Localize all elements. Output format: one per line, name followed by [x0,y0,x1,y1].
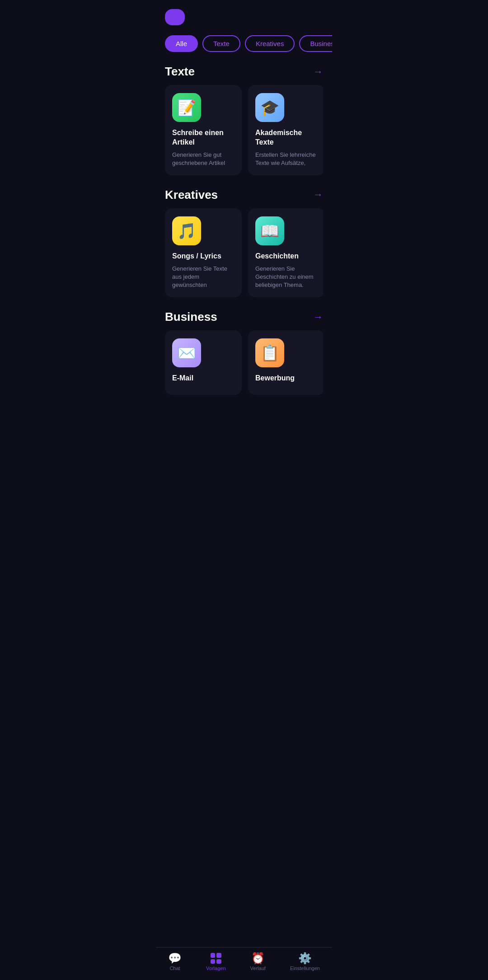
card-icon-geschichten: 📖 [255,216,284,245]
nav-item-chat[interactable]: 💬Chat [168,953,182,971]
nav-item-verlauf[interactable]: ⏰Verlauf [250,953,266,971]
card-icon-email: ✉️ [172,338,201,367]
section-header-business: Business→ [165,310,323,324]
section-header-texte: Texte→ [165,65,323,79]
section-arrow-business[interactable]: → [313,311,323,323]
filter-chip-1[interactable]: Texte [202,35,240,52]
card-title-artikel: Schreibe einen Artikel [172,128,235,147]
card-songs[interactable]: 🎵Songs / LyricsGenerieren Sie Texte aus … [165,208,242,297]
section-header-kreatives: Kreatives→ [165,188,323,202]
card-akademisch[interactable]: 🎓Akademische TexteErstellen Sie lehrreic… [248,85,323,175]
card-artikel[interactable]: 📝Schreibe einen ArtikelGenerieren Sie gu… [165,85,242,175]
section-texte: Texte→📝Schreibe einen ArtikelGenerieren … [156,57,332,181]
filter-chip-3[interactable]: Business [299,35,332,52]
card-title-geschichten: Geschichten [255,252,318,261]
app-logo [165,9,185,25]
section-title-texte: Texte [165,65,195,79]
card-bewerbung[interactable]: 📋Bewerbung [248,330,323,395]
section-kreatives: Kreatives→🎵Songs / LyricsGenerieren Sie … [156,181,332,303]
card-row-texte: 📝Schreibe einen ArtikelGenerieren Sie gu… [165,85,323,177]
nav-item-einstellungen[interactable]: ⚙️Einstellungen [290,953,320,971]
card-icon-artikel: 📝 [172,93,201,122]
card-desc-geschichten: Generieren Sie Geschichten zu einem beli… [255,265,318,290]
filter-chip-2[interactable]: Kreatives [245,35,295,52]
section-arrow-kreatives[interactable]: → [313,189,323,201]
bottom-nav: 💬ChatVorlagen⏰Verlauf⚙️Einstellungen [156,947,332,980]
card-geschichten[interactable]: 📖GeschichtenGenerieren Sie Geschichten z… [248,208,323,297]
nav-label-einstellungen: Einstellungen [290,966,320,971]
card-icon-akademisch: 🎓 [255,93,284,122]
card-desc-songs: Generieren Sie Texte aus jedem gewünscht… [172,265,235,290]
section-arrow-texte[interactable]: → [313,66,323,78]
section-title-business: Business [165,310,217,324]
card-icon-bewerbung: 📋 [255,338,284,367]
card-row-kreatives: 🎵Songs / LyricsGenerieren Sie Texte aus … [165,208,323,299]
card-title-email: E-Mail [172,374,235,383]
card-title-bewerbung: Bewerbung [255,374,318,383]
section-title-kreatives: Kreatives [165,188,218,202]
header [156,0,332,30]
card-email[interactable]: ✉️E-Mail [165,330,242,395]
filter-chip-0[interactable]: Alle [165,35,198,52]
grid-icon [211,953,221,964]
chat-icon: 💬 [168,953,182,964]
nav-label-vorlagen: Vorlagen [206,966,225,971]
card-desc-akademisch: Erstellen Sie lehrreiche Texte wie Aufsä… [255,151,318,167]
card-title-akademisch: Akademische Texte [255,128,318,147]
filter-row: AlleTexteKreativesBusinessSoc... [156,30,332,57]
card-desc-artikel: Generieren Sie gut geschriebene Artikel [172,151,235,167]
clock-icon: ⏰ [251,953,265,964]
nav-label-chat: Chat [169,966,180,971]
card-icon-songs: 🎵 [172,216,201,245]
card-row-business: ✉️E-Mail📋Bewerbung💼Business… [165,330,323,397]
gear-icon: ⚙️ [298,953,312,964]
card-title-songs: Songs / Lyrics [172,252,235,261]
section-business: Business→✉️E-Mail📋Bewerbung💼Business… [156,303,332,400]
nav-item-vorlagen[interactable]: Vorlagen [206,953,225,971]
nav-label-verlauf: Verlauf [250,966,266,971]
